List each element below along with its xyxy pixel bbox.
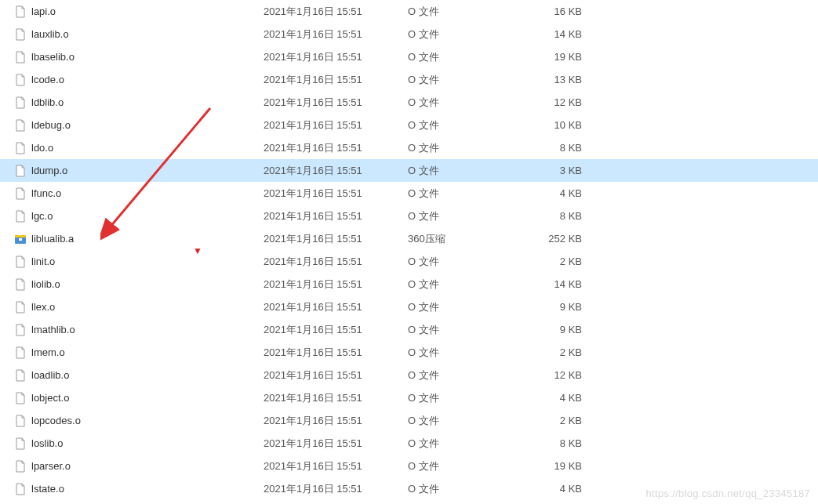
file-size: 4 KB bbox=[510, 392, 596, 404]
file-row[interactable]: ldebug.o2021年1月16日 15:51O 文件10 KB bbox=[0, 114, 818, 136]
file-name: lfunc.o bbox=[31, 187, 61, 199]
file-row[interactable]: lapi.o2021年1月16日 15:51O 文件16 KB bbox=[0, 0, 818, 23]
file-date: 2021年1月16日 15:51 bbox=[264, 459, 408, 473]
file-size: 14 KB bbox=[510, 278, 596, 290]
file-name-cell: lobject.o bbox=[14, 392, 264, 404]
file-date: 2021年1月16日 15:51 bbox=[264, 5, 408, 19]
file-row[interactable]: linit.o2021年1月16日 15:51O 文件2 KB bbox=[0, 250, 818, 273]
file-icon bbox=[14, 346, 27, 359]
file-row[interactable]: lopcodes.o2021年1月16日 15:51O 文件2 KB bbox=[0, 409, 818, 432]
file-row[interactable]: lauxlib.o2021年1月16日 15:51O 文件14 KB bbox=[0, 23, 818, 45]
file-name: llex.o bbox=[31, 301, 55, 313]
file-row[interactable]: loadlib.o2021年1月16日 15:51O 文件12 KB bbox=[0, 364, 818, 386]
file-size: 8 KB bbox=[510, 437, 596, 449]
file-name-cell: ldo.o bbox=[14, 142, 264, 154]
file-size: 4 KB bbox=[510, 483, 596, 495]
file-row[interactable]: ldblib.o2021年1月16日 15:51O 文件12 KB bbox=[0, 91, 818, 114]
file-type: O 文件 bbox=[408, 27, 510, 42]
file-date: 2021年1月16日 15:51 bbox=[264, 232, 408, 246]
file-name: liolib.o bbox=[31, 278, 60, 290]
file-size: 252 KB bbox=[510, 233, 596, 245]
file-date: 2021年1月16日 15:51 bbox=[264, 118, 408, 132]
file-name-cell: ldump.o bbox=[14, 165, 264, 177]
file-icon bbox=[14, 483, 27, 495]
file-name: lobject.o bbox=[31, 392, 69, 404]
file-size: 9 KB bbox=[510, 301, 596, 313]
file-row[interactable]: liolib.o2021年1月16日 15:51O 文件14 KB bbox=[0, 273, 818, 296]
file-name-cell: loadlib.o bbox=[14, 369, 264, 382]
file-name: lbaselib.o bbox=[31, 51, 75, 63]
file-name-cell: llex.o bbox=[14, 301, 264, 314]
file-name: ldblib.o bbox=[31, 96, 64, 108]
file-row[interactable]: lstate.o2021年1月16日 15:51O 文件4 KB bbox=[0, 477, 818, 500]
file-row[interactable]: ldump.o2021年1月16日 15:51O 文件3 KB bbox=[0, 159, 818, 182]
file-row[interactable]: lcode.o2021年1月16日 15:51O 文件13 KB bbox=[0, 68, 818, 91]
file-list: lapi.o2021年1月16日 15:51O 文件16 KBlauxlib.o… bbox=[0, 0, 818, 504]
file-name: lopcodes.o bbox=[31, 415, 81, 426]
file-name: ldo.o bbox=[31, 142, 53, 154]
file-size: 2 KB bbox=[510, 346, 596, 358]
file-date: 2021年1月16日 15:51 bbox=[264, 414, 408, 428]
file-name-cell: lmathlib.o bbox=[14, 324, 264, 336]
file-icon bbox=[14, 460, 27, 473]
file-row[interactable]: loslib.o2021年1月16日 15:51O 文件8 KB bbox=[0, 432, 818, 455]
file-type: O 文件 bbox=[408, 277, 510, 292]
file-icon bbox=[14, 324, 27, 336]
file-date: 2021年1月16日 15:51 bbox=[264, 323, 408, 337]
file-type: O 文件 bbox=[408, 164, 510, 178]
file-type: O 文件 bbox=[408, 96, 510, 110]
file-size: 2 KB bbox=[510, 415, 596, 426]
file-date: 2021年1月16日 15:51 bbox=[264, 187, 408, 201]
file-type: O 文件 bbox=[408, 368, 510, 383]
file-row[interactable]: ldo.o2021年1月16日 15:51O 文件8 KB bbox=[0, 136, 818, 159]
file-row[interactable]: lgc.o2021年1月16日 15:51O 文件8 KB bbox=[0, 205, 818, 227]
file-icon bbox=[14, 187, 27, 200]
file-icon bbox=[14, 51, 27, 63]
file-type: O 文件 bbox=[408, 437, 510, 451]
file-row[interactable]: lparser.o2021年1月16日 15:51O 文件19 KB bbox=[0, 455, 818, 477]
file-size: 4 KB bbox=[510, 187, 596, 199]
file-row[interactable]: liblualib.a2021年1月16日 15:51360压缩252 KB bbox=[0, 227, 818, 250]
file-name-cell: lmem.o bbox=[14, 346, 264, 359]
file-name-cell: lparser.o bbox=[14, 460, 264, 473]
file-type: O 文件 bbox=[408, 118, 510, 132]
file-date: 2021年1月16日 15:51 bbox=[264, 50, 408, 64]
file-name-cell: ldblib.o bbox=[14, 96, 264, 109]
file-size: 12 KB bbox=[510, 96, 596, 108]
file-row[interactable]: lstring.o2021年1月16日 15:51O 文件2 KB bbox=[0, 500, 818, 504]
file-row[interactable]: lmathlib.o2021年1月16日 15:51O 文件9 KB bbox=[0, 318, 818, 341]
file-name-cell: linit.o bbox=[14, 256, 264, 268]
file-icon bbox=[14, 119, 27, 132]
file-name-cell: lgc.o bbox=[14, 210, 264, 223]
file-date: 2021年1月16日 15:51 bbox=[264, 277, 408, 292]
file-icon bbox=[14, 142, 27, 154]
file-type: O 文件 bbox=[408, 391, 510, 405]
file-size: 14 KB bbox=[510, 28, 596, 40]
file-size: 8 KB bbox=[510, 142, 596, 154]
file-date: 2021年1月16日 15:51 bbox=[264, 255, 408, 269]
file-icon bbox=[14, 210, 27, 223]
file-row[interactable]: lobject.o2021年1月16日 15:51O 文件4 KB bbox=[0, 386, 818, 409]
file-name-cell: lopcodes.o bbox=[14, 415, 264, 427]
file-icon bbox=[14, 437, 27, 450]
file-size: 9 KB bbox=[510, 324, 596, 335]
file-date: 2021年1月16日 15:51 bbox=[264, 391, 408, 405]
file-icon bbox=[14, 256, 27, 268]
file-type: O 文件 bbox=[408, 5, 510, 19]
file-size: 2 KB bbox=[510, 256, 596, 267]
file-row[interactable]: lfunc.o2021年1月16日 15:51O 文件4 KB bbox=[0, 182, 818, 205]
file-name-cell: ldebug.o bbox=[14, 119, 264, 132]
file-icon bbox=[14, 28, 27, 41]
file-type: O 文件 bbox=[408, 141, 510, 155]
file-row[interactable]: lbaselib.o2021年1月16日 15:51O 文件19 KB bbox=[0, 45, 818, 68]
file-type: 360压缩 bbox=[408, 232, 510, 246]
file-row[interactable]: lmem.o2021年1月16日 15:51O 文件2 KB bbox=[0, 341, 818, 364]
file-name-cell: lauxlib.o bbox=[14, 28, 264, 41]
file-name: liblualib.a bbox=[31, 233, 74, 245]
file-row[interactable]: llex.o2021年1月16日 15:51O 文件9 KB bbox=[0, 296, 818, 318]
file-name: lauxlib.o bbox=[31, 28, 69, 40]
file-date: 2021年1月16日 15:51 bbox=[264, 73, 408, 87]
file-size: 8 KB bbox=[510, 210, 596, 222]
file-type: O 文件 bbox=[408, 255, 510, 269]
file-size: 19 KB bbox=[510, 51, 596, 63]
